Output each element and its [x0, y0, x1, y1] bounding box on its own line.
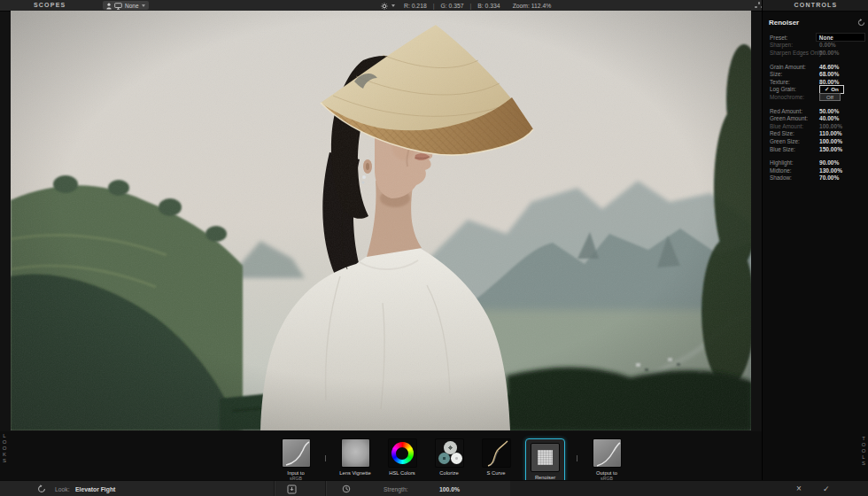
param-label: Green Amount:	[770, 115, 819, 121]
param-row: Size: 68.00%	[770, 70, 865, 78]
chain-node-lens-vignette[interactable]: Lens Vignette	[337, 438, 373, 476]
chain-group-divider	[577, 455, 577, 461]
param-value[interactable]: 80.00%	[819, 79, 839, 85]
monochrome-row: Monochrome: Off	[770, 93, 865, 101]
log-grain-row: Log Grain: ✓On	[770, 86, 865, 94]
chain-node-input[interactable]: Input to sRGB	[278, 438, 314, 481]
param-value[interactable]: 150.00%	[819, 146, 842, 152]
chain-group-divider	[325, 455, 326, 461]
monochrome-toggle[interactable]: Off	[819, 93, 841, 101]
monitor-selector[interactable]: None	[103, 1, 149, 10]
bottom-bar-divider	[274, 481, 275, 496]
colorize-thumbnail	[435, 438, 464, 468]
chain-node-colorize[interactable]: Colorize	[431, 438, 467, 476]
chain-node-hsl-colors[interactable]: HSL Colors	[384, 438, 420, 476]
readout-separator: |	[470, 3, 472, 9]
param-label: Sharpen:	[770, 42, 819, 48]
bottom-bar-divider	[325, 481, 326, 496]
look-label: Look:	[55, 481, 70, 496]
looks-editor-window: SCOPES None R: 0.218 | G: 0.357 | B: 0.3…	[0, 0, 868, 496]
param-label: Blue Size:	[770, 146, 819, 152]
param-value[interactable]: 130.00%	[819, 167, 842, 174]
chain-node-s-curve[interactable]: S Curve	[478, 438, 514, 476]
controls-panel: CONTROLS Renoiser Preset: None Sharpen: …	[762, 0, 868, 480]
tool-chain-strip: Input to sRGB Lens Vignette HSL Colors C…	[0, 431, 762, 480]
viewport-toolbar-center: R: 0.218 | G: 0.357 | B: 0.334 Zoom: 112…	[381, 0, 551, 11]
param-value[interactable]: 0.00%	[819, 42, 836, 48]
param-label: Shadow:	[770, 174, 819, 181]
bottom-bar: Look: Elevator Fight Strength: 100.0% × …	[0, 480, 868, 496]
param-label: Midtone:	[770, 167, 819, 174]
history-clock-icon[interactable]	[342, 481, 351, 496]
tool-parameters: Preset: None Sharpen: 0.00% Sharpen Edge…	[763, 32, 868, 182]
preset-row: Preset: None	[770, 34, 865, 42]
param-value[interactable]: 50.00%	[819, 108, 839, 114]
tools-drawer-tab[interactable]: TOOLS	[861, 436, 866, 467]
s-curve-thumbnail	[482, 438, 511, 468]
param-row: Red Amount: 50.00%	[770, 107, 865, 115]
param-row: Midtone: 130.00%	[770, 167, 865, 174]
param-value[interactable]: 100.00%	[819, 123, 842, 129]
pixel-readout-blue: B: 0.334	[477, 3, 500, 9]
param-value[interactable]: 70.00%	[819, 174, 839, 181]
looks-drawer-tab[interactable]: LOOKS	[2, 433, 7, 464]
param-row: Red Size: 110.00%	[770, 130, 865, 138]
tool-header: Renoiser	[763, 12, 868, 32]
param-label: Preset:	[770, 35, 816, 41]
vignette-thumbnail	[341, 438, 370, 468]
pixel-readout-green: G: 0.357	[440, 3, 463, 9]
param-row: Blue Amount: 100.00%	[770, 122, 865, 130]
param-row: Shadow: 70.00%	[770, 174, 865, 182]
readout-separator: |	[433, 3, 435, 9]
param-value[interactable]: 46.60%	[819, 64, 839, 70]
param-label: Log Grain:	[770, 86, 819, 92]
chain-node-renoiser-selected[interactable]: Renoiser	[525, 438, 565, 484]
param-row: Green Amount: 40.00%	[770, 114, 865, 122]
param-row: Highlight: 90.00%	[770, 159, 865, 167]
renoiser-thumbnail	[531, 443, 560, 472]
node-label: S Curve	[487, 470, 506, 476]
hue-ring-thumbnail	[388, 438, 417, 468]
param-value[interactable]: 110.00%	[819, 130, 842, 136]
cancel-icon[interactable]: ×	[796, 481, 802, 496]
param-value[interactable]: 90.00%	[819, 159, 839, 166]
param-label: Texture:	[770, 79, 819, 85]
param-label: Green Size:	[770, 138, 819, 144]
zoom-level-readout: Zoom: 112.4%	[513, 3, 552, 9]
param-label: Red Size:	[770, 130, 819, 136]
chain-node-output[interactable]: Output to sRGB	[589, 438, 624, 481]
chevron-down-icon	[142, 4, 145, 7]
strength-value[interactable]: 100.0%	[439, 481, 460, 496]
output-curve-thumbnail	[593, 438, 622, 468]
controls-panel-header[interactable]: CONTROLS	[763, 0, 868, 12]
param-label: Sharpen Edges Only:	[770, 50, 819, 56]
param-row: Sharpen: 0.00%	[770, 42, 865, 50]
param-value[interactable]: 50.00%	[819, 50, 839, 56]
param-value[interactable]: 68.00%	[819, 71, 839, 77]
tool-chain: Input to sRGB Lens Vignette HSL Colors C…	[278, 438, 624, 484]
param-value[interactable]: 100.00%	[819, 138, 842, 144]
preview-canvas[interactable]	[11, 11, 751, 430]
scopes-drawer-label[interactable]: SCOPES	[34, 2, 66, 8]
param-row: Texture: 80.00%	[770, 78, 865, 86]
save-look-icon[interactable]	[287, 481, 297, 496]
param-row: Blue Size: 150.00%	[770, 145, 865, 153]
param-label: Size:	[770, 71, 819, 77]
tool-title: Renoiser	[769, 19, 799, 27]
strength-label: Strength:	[384, 481, 408, 496]
input-curve-thumbnail	[282, 438, 311, 468]
look-name[interactable]: Elevator Fight	[75, 481, 115, 496]
param-label: Highlight:	[770, 159, 819, 166]
confirm-icon[interactable]: ✓	[823, 481, 830, 496]
pixel-readout-red: R: 0.218	[404, 3, 427, 9]
node-label: Colorize	[439, 470, 458, 476]
param-label: Red Amount:	[770, 108, 819, 114]
photo-woman-conical-hat	[11, 11, 751, 430]
param-value[interactable]: 40.00%	[819, 115, 839, 121]
chevron-down-icon[interactable]	[391, 4, 395, 7]
check-icon: ✓	[825, 86, 829, 92]
reset-look-icon[interactable]	[37, 481, 46, 496]
preset-dropdown[interactable]: None	[816, 33, 865, 42]
reset-icon[interactable]	[857, 14, 865, 30]
param-row: Sharpen Edges Only: 50.00%	[770, 49, 865, 57]
